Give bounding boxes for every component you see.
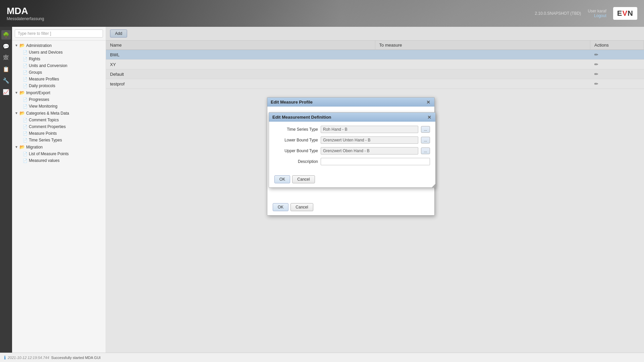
sidebar-item-label: Groups <box>29 70 42 75</box>
sidebar-item-groups[interactable]: 📄 Groups <box>20 69 106 76</box>
doc-icon: 📄 <box>23 84 28 88</box>
doc-icon: 📄 <box>23 98 28 102</box>
doc-icon: 📄 <box>23 77 28 81</box>
rail-icon-chat[interactable]: 💬 <box>1 42 11 51</box>
rail-icon-document[interactable]: 📋 <box>1 64 11 74</box>
sidebar-item-view-monitoring[interactable]: 📄 View Monitoring <box>20 103 106 110</box>
sidebar-item-label: Daily protocols <box>29 83 55 88</box>
sidebar-item-users-and-devices[interactable]: 📄 Users and Devices <box>20 49 106 56</box>
rail-icon-network[interactable]: 🕸 <box>1 53 11 62</box>
dialog-cancel-button-outer[interactable]: Cancel <box>290 203 313 211</box>
dialog-close-inner[interactable]: ✕ <box>427 115 432 120</box>
resize-handle[interactable] <box>432 184 435 187</box>
arrow-down-icon: ▼ <box>15 44 18 47</box>
dialog-edit-measurement-definition: Edit Measurement Definition ✕ Time Serie… <box>269 112 436 188</box>
logo-n: N <box>628 9 633 17</box>
folder-open-icon: 📂 <box>19 90 25 95</box>
dialog-title-inner: Edit Measurement Definition <box>272 115 331 120</box>
statusbar: ℹ 2021-10-12 12:19:54.744 Successfully s… <box>0 353 644 362</box>
form-label-time-series-type: Time Series Type <box>274 127 318 132</box>
sidebar-item-rights[interactable]: 📄 Rights <box>20 56 106 62</box>
rail-icon-chart[interactable]: 📈 <box>1 87 11 97</box>
sidebar-item-label: List of Measure Points <box>29 152 69 156</box>
sidebar-item-label: Time Series Types <box>29 138 62 142</box>
tree-group-header-categories[interactable]: ▼ 📂 Categories & Meta Data <box>12 110 106 117</box>
form-row-upper-bound-type: Upper Bound Type ... <box>274 147 430 155</box>
sidebar-item-label: View Monitoring <box>29 104 57 109</box>
sidebar-item-list-measure-points[interactable]: 📄 List of Measure Points <box>20 150 106 157</box>
doc-icon: 📄 <box>23 125 28 129</box>
tree-group-label-categories: Categories & Meta Data <box>26 111 69 116</box>
logout-link[interactable]: Logout <box>588 13 606 18</box>
user-info: User karaf Logout <box>588 9 606 18</box>
tree-group-header-migration[interactable]: ▼ 📂 Migration <box>12 143 106 150</box>
doc-icon: 📄 <box>23 57 28 61</box>
doc-icon: 📄 <box>23 64 28 68</box>
rail-icon-wrench[interactable]: 🔧 <box>1 76 11 85</box>
topbar: MDA Messdatenerfassung 2.10.0.SNAPSHOT (… <box>0 0 644 27</box>
status-message: Successfully started MDA GUI <box>51 356 101 360</box>
sidebar-item-daily-protocols[interactable]: 📄 Daily protocols <box>20 82 106 89</box>
tree-group-label-migration: Migration <box>26 145 43 149</box>
tree-group-migration: ▼ 📂 Migration 📄 List of Measure Points 📄… <box>12 143 106 164</box>
app-title: MDA Messdatenerfassung <box>7 6 44 21</box>
sidebar-filter-input[interactable] <box>15 29 103 38</box>
sidebar-filter-area <box>12 27 106 41</box>
username-label: User karaf <box>588 9 606 13</box>
tree-group-header-administration[interactable]: ▼ 📂 Administration <box>12 42 106 49</box>
form-row-lower-bound-type: Lower Bound Type ... <box>274 136 430 144</box>
rail-icon-tree[interactable]: 🌳 <box>1 30 11 40</box>
dialog-ok-button-inner[interactable]: OK <box>274 175 290 183</box>
dialog-title-outer: Edit Measure Profile <box>271 100 313 105</box>
description-input[interactable] <box>321 158 430 165</box>
sidebar-item-label: Units and Conversion <box>29 63 67 68</box>
sidebar-tree: ▼ 📂 Administration 📄 Users and Devices 📄… <box>12 41 106 353</box>
upper-bound-browse-button[interactable]: ... <box>421 147 430 154</box>
tree-group-categories: ▼ 📂 Categories & Meta Data 📄 Comment Top… <box>12 110 106 143</box>
time-series-type-browse-button[interactable]: ... <box>421 126 430 133</box>
sidebar-item-measured-values[interactable]: 📄 Measured values <box>20 157 106 164</box>
form-row-time-series-type: Time Series Type ... <box>274 126 430 133</box>
dialog-footer-inner: OK Cancel <box>269 173 435 187</box>
dialog-ok-button-outer[interactable]: OK <box>273 203 288 211</box>
folder-open-icon: 📂 <box>19 43 25 48</box>
sidebar-item-comment-properties[interactable]: 📄 Comment Properties <box>20 123 106 130</box>
dialog-cancel-button-inner[interactable]: Cancel <box>292 175 315 183</box>
tree-group-administration: ▼ 📂 Administration 📄 Users and Devices 📄… <box>12 42 106 89</box>
sidebar-item-label: Users and Devices <box>29 50 63 55</box>
sidebar-item-label: Measure Profiles <box>29 77 59 81</box>
upper-bound-type-input[interactable] <box>321 147 418 155</box>
tree-group-header-import-export[interactable]: ▼ 📂 Import/Export <box>12 89 106 96</box>
dialog-titlebar-inner[interactable]: Edit Measurement Definition ✕ <box>269 113 435 122</box>
sidebar-item-label: Comment Properties <box>29 124 66 129</box>
logo-e: E <box>617 9 623 17</box>
sidebar-item-comment-topics[interactable]: 📄 Comment Topics <box>20 117 106 123</box>
doc-icon: 📄 <box>23 118 28 122</box>
arrow-down-icon: ▼ <box>15 91 18 95</box>
dialog-footer-outer: OK Cancel <box>267 200 434 215</box>
status-info-icon: ℹ <box>4 355 6 360</box>
doc-icon: 📄 <box>23 70 28 75</box>
lower-bound-browse-button[interactable]: ... <box>421 137 430 143</box>
form-label-upper-bound: Upper Bound Type <box>274 148 318 153</box>
dialog-body-inner: Time Series Type ... Lower Bound Type ..… <box>269 122 435 173</box>
content-area: Add Name To measure Actions BWL ✏ <box>106 27 644 353</box>
app-subtitle: Messdatenerfassung <box>7 16 44 21</box>
sidebar-item-time-series-types[interactable]: 📄 Time Series Types <box>20 137 106 143</box>
dialog-titlebar-outer[interactable]: Edit Measure Profile ✕ <box>267 98 434 107</box>
top-right: 2.10.0.SNAPSHOT (TBD) User karaf Logout … <box>535 7 637 20</box>
sidebar-item-units-and-conversion[interactable]: 📄 Units and Conversion <box>20 62 106 69</box>
sidebar-item-measure-profiles[interactable]: 📄 Measure Profiles <box>20 76 106 82</box>
dialog-close-outer[interactable]: ✕ <box>426 100 431 105</box>
version-label: 2.10.0.SNAPSHOT (TBD) <box>535 11 581 16</box>
lower-bound-type-input[interactable] <box>321 136 418 144</box>
doc-icon: 📄 <box>23 50 28 55</box>
sidebar-item-progresses[interactable]: 📄 Progresses <box>20 96 106 103</box>
sidebar-item-measure-points[interactable]: 📄 Measure Points <box>20 130 106 137</box>
arrow-down-icon: ▼ <box>15 111 18 115</box>
sidebar-item-label: Rights <box>29 57 40 61</box>
time-series-type-input[interactable] <box>321 126 418 133</box>
app-name: MDA <box>7 6 44 16</box>
status-timestamp: 2021-10-12 12:19:54.744 <box>8 356 49 360</box>
tree-group-import-export: ▼ 📂 Import/Export 📄 Progresses 📄 View Mo… <box>12 89 106 110</box>
